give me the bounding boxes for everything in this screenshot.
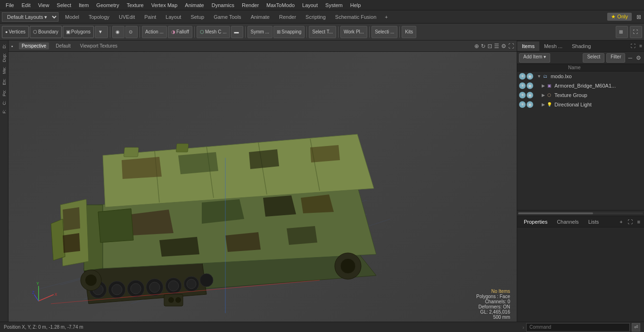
menu-edit[interactable]: Edit xyxy=(18,1,34,9)
sidebar-tab-po[interactable]: Po: xyxy=(1,88,8,98)
menu-geometry[interactable]: Geometry xyxy=(92,1,123,9)
star-only-button[interactable]: ★ Only xyxy=(607,13,632,21)
tool-select-polygons[interactable]: ▣ Polygons xyxy=(63,26,94,38)
visibility-icon-light[interactable]: 👁 xyxy=(519,101,526,108)
menu-help[interactable]: Help xyxy=(347,1,365,9)
tool-select-through[interactable]: Select T... xyxy=(309,26,336,38)
tab-game-tools[interactable]: Game Tools xyxy=(209,10,246,24)
menu-file[interactable]: File xyxy=(2,1,18,9)
viewport-move-icon[interactable]: ⊕ xyxy=(474,43,479,49)
tab-scripting[interactable]: Scripting xyxy=(301,10,330,24)
visibility-icon-root[interactable]: 👁 xyxy=(519,73,526,80)
menu-animate[interactable]: Animate xyxy=(181,1,207,9)
sidebar-tab-d[interactable]: D: xyxy=(1,42,8,50)
tree-item-armored-bridge[interactable]: 👁 ◉ ▶ ▣ Armored_Bridge_M60A1... xyxy=(517,81,644,90)
tab-topology[interactable]: Topology xyxy=(84,10,114,24)
tree-item-directional-light[interactable]: 👁 ◉ ▶ 💡 Directional Light xyxy=(517,100,644,109)
tool-select-boundary[interactable]: ⬡ Boundary xyxy=(30,26,62,38)
viewport-settings-icon[interactable]: ⚙ xyxy=(501,43,506,49)
tab-schematic-fusion[interactable]: Schematic Fusion xyxy=(330,10,381,24)
viewport-rotate-icon[interactable]: ↻ xyxy=(481,43,486,49)
props-more-button[interactable]: ≡ xyxy=(636,218,642,226)
tool-kits[interactable]: Kits xyxy=(402,26,416,38)
sidebar-tab-mesh[interactable]: Me: xyxy=(1,65,8,76)
tree-item-texture-group[interactable]: 👁 ◉ ▶ ⬡ Texture Group xyxy=(517,90,644,100)
expand-icon-root[interactable]: ▼ xyxy=(537,74,541,79)
tab-render[interactable]: Render xyxy=(274,10,301,24)
sidebar-tab-f[interactable]: F: xyxy=(1,108,8,115)
render-icon-texture[interactable]: ◉ xyxy=(527,92,533,98)
render-icon-root[interactable]: ◉ xyxy=(527,73,533,80)
tool-full-screen[interactable]: ⛶ xyxy=(630,26,642,38)
tab-model[interactable]: Model xyxy=(60,10,84,24)
menu-system[interactable]: System xyxy=(322,1,347,9)
expand-icon-light[interactable]: ▶ xyxy=(542,102,545,107)
tool-grid-toggle[interactable]: ⊞ xyxy=(616,26,628,38)
menu-select[interactable]: Select xyxy=(53,1,75,9)
items-minus-button[interactable]: ─ xyxy=(627,54,633,62)
tool-select-vertices[interactable]: ● Vertices xyxy=(2,26,29,38)
tool-symmetry[interactable]: Symm ... xyxy=(248,26,272,38)
menu-dynamics[interactable]: Dynamics xyxy=(208,1,238,9)
sidebar-tab-en[interactable]: En: xyxy=(1,77,8,87)
tab-layout[interactable]: Layout xyxy=(161,10,186,24)
sidebar-tab-c[interactable]: C: xyxy=(1,99,8,107)
panel-tab-items[interactable]: Items xyxy=(517,41,539,51)
visibility-icon-mesh[interactable]: 👁 xyxy=(519,82,526,89)
menu-maxtomodo[interactable]: MaxToModo xyxy=(263,1,298,9)
props-add-button[interactable]: + xyxy=(618,218,624,226)
items-settings-button[interactable]: ⚙ xyxy=(635,54,642,62)
panel-expand-button[interactable]: ⛶ xyxy=(629,42,637,49)
add-layout-button[interactable]: + xyxy=(381,12,391,22)
expand-icon-mesh[interactable]: ▶ xyxy=(542,83,545,88)
menu-texture[interactable]: Texture xyxy=(123,1,148,9)
tab-animate[interactable]: Animate xyxy=(246,10,274,24)
menu-view[interactable]: View xyxy=(34,1,53,9)
tool-selection[interactable]: Selecti ... xyxy=(372,26,397,38)
filter-button[interactable]: Filter xyxy=(606,53,625,63)
panel-more-button[interactable]: ≡ xyxy=(637,42,644,49)
viewport-canvas[interactable]: X Y Z No Items Polygons : Face Channels:… xyxy=(8,52,517,322)
tool-work-plane[interactable]: Work Pl... xyxy=(340,26,367,38)
visibility-icon-texture[interactable]: 👁 xyxy=(519,92,526,98)
props-tab-properties[interactable]: Properties xyxy=(519,217,552,227)
viewport-tab-textures[interactable]: Viewport Textures xyxy=(77,42,120,49)
viewport-tab-perspective[interactable]: Perspective xyxy=(19,42,49,49)
tab-uvedit[interactable]: UVEdit xyxy=(114,10,140,24)
tool-mode-dropdown[interactable]: ▼ xyxy=(95,26,108,38)
sidebar-tab-dup[interactable]: Dup: xyxy=(1,51,8,64)
add-item-button[interactable]: Add Item ▾ xyxy=(519,53,550,63)
panel-tab-shading[interactable]: Shading xyxy=(567,41,595,51)
viewport[interactable]: ▪ Perspective Default Viewport Textures … xyxy=(8,40,517,322)
props-expand-button[interactable]: ⛶ xyxy=(626,218,635,226)
tree-item-root[interactable]: 👁 ◉ ▼ 🗂 modo.lxo xyxy=(517,72,644,81)
tab-paint[interactable]: Paint xyxy=(140,10,161,24)
render-icon-mesh[interactable]: ◉ xyxy=(527,82,533,89)
viewport-maximize-icon[interactable]: ⛶ xyxy=(508,43,514,49)
maximize-button[interactable]: ⊠ xyxy=(634,13,644,21)
tool-snapping[interactable]: ⊞ Snapping xyxy=(273,26,305,38)
tool-circle2[interactable]: ⊙ xyxy=(125,26,138,38)
tool-action[interactable]: Action ... xyxy=(142,26,167,38)
command-input[interactable] xyxy=(526,323,630,332)
menu-item[interactable]: Item xyxy=(75,1,92,9)
tool-mesh-component[interactable]: ⬡ Mesh C ... xyxy=(197,26,230,38)
props-tab-channels[interactable]: Channels xyxy=(552,217,583,227)
expand-icon-texture[interactable]: ▶ xyxy=(542,93,545,97)
select-button[interactable]: Select xyxy=(583,53,604,63)
render-icon-light[interactable]: ◉ xyxy=(527,101,533,108)
tool-falloff[interactable]: ◑ Falloff xyxy=(168,26,192,38)
menu-vertex-map[interactable]: Vertex Map xyxy=(148,1,182,9)
viewport-options-icon[interactable]: ☰ xyxy=(494,43,499,49)
viewport-fit-icon[interactable]: ⊡ xyxy=(487,43,492,49)
viewport-tab-default[interactable]: Default xyxy=(53,42,74,49)
layout-dropdown[interactable]: Default Layouts ▾ xyxy=(2,12,58,22)
menu-render[interactable]: Render xyxy=(238,1,263,9)
tool-circle1[interactable]: ◉ xyxy=(112,26,124,38)
panel-tab-mesh[interactable]: Mesh ... xyxy=(539,41,567,51)
props-tab-lists[interactable]: Lists xyxy=(584,217,604,227)
tool-extra1[interactable]: ▬ xyxy=(231,26,243,38)
tab-setup[interactable]: Setup xyxy=(186,10,209,24)
items-list[interactable]: 👁 ◉ ▼ 🗂 modo.lxo 👁 ◉ ▶ ▣ Armored_Bridge_… xyxy=(517,72,644,210)
menu-layout[interactable]: Layout xyxy=(298,1,322,9)
